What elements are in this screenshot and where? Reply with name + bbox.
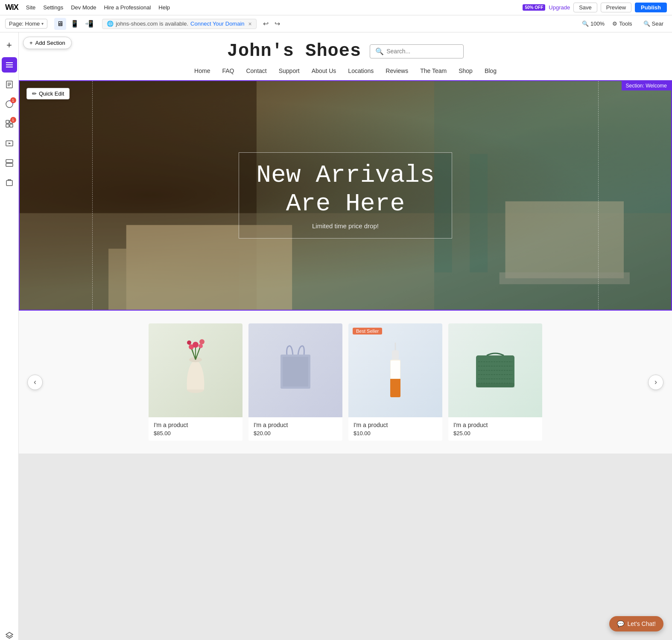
products-section: ‹ bbox=[19, 311, 672, 454]
connect-domain-link[interactable]: Connect Your Domain bbox=[190, 20, 244, 27]
undo-button[interactable]: ↩ bbox=[261, 19, 271, 29]
close-icon[interactable]: × bbox=[248, 20, 252, 27]
nav-contact[interactable]: Contact bbox=[246, 67, 266, 74]
portfolio-button[interactable] bbox=[2, 175, 17, 190]
nav-site[interactable]: Site bbox=[26, 4, 35, 11]
nav-faq[interactable]: FAQ bbox=[222, 67, 234, 74]
product-card-3[interactable]: Best Seller bbox=[348, 323, 442, 441]
product-card-1[interactable]: I'm a product $85.00 bbox=[149, 323, 243, 441]
chat-icon: 💬 bbox=[617, 620, 624, 627]
svg-rect-44 bbox=[390, 393, 400, 397]
site-search-bar[interactable]: 🔍 bbox=[370, 44, 464, 58]
nav-support[interactable]: Support bbox=[279, 67, 300, 74]
product-price-2: $20.00 bbox=[254, 430, 337, 436]
tools-button[interactable]: ⚙ Tools bbox=[609, 19, 635, 28]
svg-point-35 bbox=[199, 344, 203, 348]
product-name-1: I'm a product bbox=[154, 422, 237, 428]
nav-help[interactable]: Help bbox=[158, 4, 170, 11]
preview-button[interactable]: Preview bbox=[601, 3, 631, 12]
view-icons: 🖥 📱 📲 bbox=[54, 18, 95, 30]
zoom-control[interactable]: 🔍 100% bbox=[582, 20, 605, 27]
search-button[interactable]: 🔍 Sear bbox=[640, 19, 667, 28]
globe-icon: 🌐 bbox=[107, 20, 114, 27]
hero-subtitle: Limited time price drop! bbox=[256, 222, 435, 230]
publish-button[interactable]: Publish bbox=[635, 3, 667, 12]
svg-marker-13 bbox=[9, 143, 11, 144]
design-button[interactable]: 1 bbox=[2, 96, 17, 112]
product-info-4: I'm a product $25.00 bbox=[448, 417, 542, 441]
nav-blog[interactable]: Blog bbox=[485, 67, 497, 74]
menus-button[interactable] bbox=[2, 57, 17, 73]
plus-icon: + bbox=[29, 40, 33, 46]
best-seller-badge: Best Seller bbox=[353, 328, 382, 335]
svg-point-37 bbox=[199, 339, 205, 344]
design-badge: 1 bbox=[10, 97, 16, 103]
hero-text-container: New Arrivals Are Here Limited time price… bbox=[239, 152, 452, 239]
product-image-3: Best Seller bbox=[348, 323, 442, 417]
quick-edit-button[interactable]: ✏ Quick Edit bbox=[26, 88, 70, 99]
nav-locations[interactable]: Locations bbox=[348, 67, 374, 74]
top-bar: WiX Site Settings Dev Mode Hire a Profes… bbox=[0, 0, 672, 15]
add-section-button[interactable]: + Add Section bbox=[23, 37, 72, 49]
save-button[interactable]: Save bbox=[573, 3, 597, 12]
add-element-button[interactable]: + bbox=[2, 38, 17, 53]
redo-button[interactable]: ↪ bbox=[272, 19, 282, 29]
products-grid: I'm a product $85.00 bbox=[43, 323, 648, 441]
nav-settings[interactable]: Settings bbox=[43, 4, 63, 11]
top-bar-nav: Site Settings Dev Mode Hire a Profession… bbox=[26, 4, 170, 11]
product-card-4[interactable]: I'm a product $25.00 bbox=[448, 323, 542, 441]
nav-home[interactable]: Home bbox=[194, 67, 210, 74]
product-image-4 bbox=[448, 323, 542, 417]
tablet-view-button[interactable]: 📱 bbox=[69, 18, 81, 30]
search-icon: 🔍 bbox=[643, 20, 650, 27]
layers-button[interactable] bbox=[2, 628, 17, 640]
svg-rect-10 bbox=[6, 124, 9, 127]
product-name-3: I'm a product bbox=[354, 422, 437, 428]
svg-rect-43 bbox=[390, 379, 400, 394]
search-input[interactable] bbox=[386, 48, 458, 55]
carousel-next-button[interactable]: › bbox=[648, 375, 663, 390]
mobile-view-button[interactable]: 📲 bbox=[83, 18, 95, 30]
apps-badge: 1 bbox=[10, 117, 16, 123]
domain-text: johns-shoes.com is available. bbox=[116, 20, 188, 27]
undo-redo-controls: ↩ ↪ bbox=[261, 19, 282, 29]
pencil-icon: ✏ bbox=[32, 90, 37, 97]
product-name-2: I'm a product bbox=[254, 422, 337, 428]
main-layout: + 1 1 + Add Section bbox=[0, 32, 672, 640]
nav-team[interactable]: The Team bbox=[420, 67, 447, 74]
carousel-prev-button[interactable]: ‹ bbox=[27, 375, 43, 390]
svg-rect-5 bbox=[8, 84, 11, 85]
add-section-label: Add Section bbox=[35, 40, 65, 46]
apps-button[interactable]: 1 bbox=[2, 116, 17, 131]
nav-devmode[interactable]: Dev Mode bbox=[71, 4, 96, 11]
zoom-icon: 🔍 bbox=[582, 20, 589, 27]
nav-hire[interactable]: Hire a Professional bbox=[104, 4, 151, 11]
hero-title: New Arrivals Are Here bbox=[256, 161, 435, 218]
desktop-view-button[interactable]: 🖥 bbox=[54, 18, 66, 30]
page-name: Page: Home bbox=[9, 20, 40, 27]
pages-button[interactable] bbox=[2, 77, 17, 92]
wix-logo: WiX bbox=[5, 3, 18, 12]
svg-rect-0 bbox=[6, 62, 13, 63]
product-card-2[interactable]: I'm a product $20.00 bbox=[248, 323, 342, 441]
nav-shop[interactable]: Shop bbox=[459, 67, 473, 74]
top-bar-right: 50% OFF Upgrade Save Preview Publish bbox=[523, 3, 667, 12]
svg-rect-6 bbox=[8, 85, 10, 86]
nav-reviews[interactable]: Reviews bbox=[386, 67, 408, 74]
zoom-level: 100% bbox=[590, 20, 605, 27]
hero-section: New Arrivals Are Here Limited time price… bbox=[19, 80, 672, 311]
nav-about[interactable]: About Us bbox=[312, 67, 336, 74]
product-price-1: $85.00 bbox=[154, 430, 237, 436]
product-info-3: I'm a product $10.00 bbox=[348, 417, 442, 441]
live-chat-button[interactable]: 💬 Let's Chat! bbox=[609, 616, 664, 631]
product-image-1 bbox=[149, 323, 243, 417]
media-button[interactable] bbox=[2, 136, 17, 151]
upgrade-link[interactable]: Upgrade bbox=[549, 4, 570, 11]
section-welcome-badge: Section: Welcome bbox=[622, 81, 672, 90]
secondary-bar: Page: Home ▾ 🖥 📱 📲 🌐 johns-shoes.com is … bbox=[0, 15, 672, 32]
product-name-4: I'm a product bbox=[453, 422, 537, 428]
page-selector[interactable]: Page: Home ▾ bbox=[5, 19, 47, 29]
sections-button[interactable] bbox=[2, 155, 17, 171]
svg-rect-1 bbox=[6, 64, 13, 65]
svg-rect-14 bbox=[6, 160, 13, 163]
